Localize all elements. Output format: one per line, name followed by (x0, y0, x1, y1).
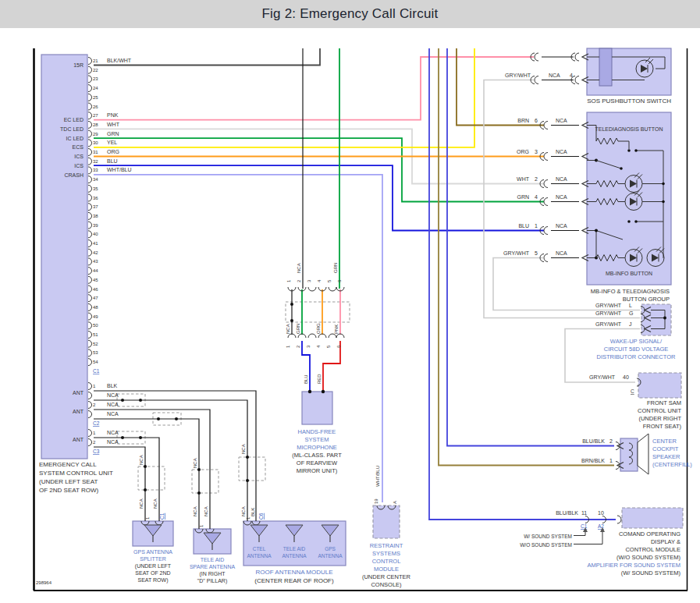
wire-color-label: GRY/WHT (595, 310, 622, 316)
ecu-box (41, 55, 87, 459)
pin-number: 23 (93, 76, 98, 81)
wire-color-label: GRN (107, 131, 119, 137)
mic-caption: MICROPHONE (297, 444, 337, 451)
restraint-caption: RESTRAINT (370, 542, 403, 549)
gps-caption: SEAT OF 2ND (135, 570, 170, 576)
pin-number: 24 (93, 86, 98, 90)
restraint-caption: SYSTEMS (372, 550, 400, 557)
wire-color-label: NCA (107, 439, 119, 445)
pin-number: 41 (93, 241, 98, 246)
comand-caption: CONTROL MODULE (625, 546, 680, 553)
wire-color-label: NCA (297, 263, 301, 273)
restraint-module-box (373, 505, 400, 538)
restraint-caption: CONSOLE) (371, 581, 402, 588)
sound-system-note: W/O SOUND SYSTEM (520, 542, 572, 548)
ecu-ant-label: ANT (73, 437, 84, 442)
pin-row: 50 (88, 322, 98, 329)
pin-number: 1 (609, 458, 613, 463)
pin-row: 37 (88, 204, 98, 211)
pin-number: 5 (327, 279, 332, 282)
ecu-terminal-label: ECS (73, 144, 84, 150)
pin-number: 3 (306, 345, 311, 348)
mic-caption: (ML-CLASS. PART (292, 452, 342, 459)
pin-number: 1 (286, 345, 290, 348)
wire-nca-gps1 (94, 447, 145, 521)
wire-color-label: NCA (153, 498, 158, 509)
comand-caption: AMPLIFIER FOR SOUND SYSTEM (587, 562, 680, 569)
pin-number: 1 (199, 524, 204, 527)
pin-number: 1 (286, 279, 291, 282)
sound-system-note: W/ SOUND SYSTEM (524, 534, 572, 539)
wire-color-label: ORG (517, 149, 529, 154)
wire-color-label: PNK (107, 112, 119, 118)
mic-top-connector-row (288, 287, 344, 291)
nca-label: NCA (556, 118, 567, 123)
wire-color-label: NCA (204, 506, 208, 516)
ecu-ant-label: ANT (73, 409, 84, 414)
wire-nca-roof (94, 400, 247, 521)
pin-letter: L (629, 303, 632, 308)
ecu-terminal-label: CRASH (64, 172, 84, 178)
pin-number: 32 (93, 159, 98, 164)
wire-color-label: NCA (107, 392, 119, 398)
wire-color-label: ORG (107, 149, 119, 154)
pin-number: 19 (374, 498, 378, 504)
wire-color-label: GRY/WHT (503, 250, 530, 256)
restraint-caption: CONTROL (372, 558, 401, 565)
diagram-canvas: 21 BLK/WHT 22 23 24 25 (0, 0, 700, 603)
pin-number: 48 (93, 305, 98, 310)
pin-number: 40 (93, 232, 98, 236)
nca-label: NCA (556, 223, 567, 229)
pin-number: 29 (93, 132, 98, 137)
pin-number: 39 (93, 223, 98, 228)
wire-color-label: BLK/WHT (107, 58, 132, 63)
pin-row: 35 (88, 185, 98, 192)
figure-title-bar: Fig 2: Emergency Call Circuit (0, 0, 700, 28)
pin-row: 33 WHT/BLU (88, 167, 132, 174)
pin-number: 4 (570, 73, 573, 78)
ecu-caption: EMERGENCY CALL (39, 461, 97, 468)
wire-color-label: RED (317, 374, 322, 384)
pin-number: 3 (535, 149, 538, 154)
gps-caption: (UNDER LEFT (135, 563, 172, 569)
comand-caption: COMAND OPERATING (619, 530, 680, 537)
front-sam-caption: (UNDER RIGHT (638, 415, 681, 422)
ecu-caption: SYSTEM CONTROL UNIT (39, 470, 113, 477)
wire-color-label: NCA (139, 455, 144, 465)
wire-color-label: WHT (107, 122, 120, 127)
wire-color-label: NCA (107, 411, 119, 417)
wire-color-label: WHT/BLU (107, 167, 132, 172)
roof-antenna-label: ANTENNA (318, 553, 343, 559)
pin-row: 32 BLU (88, 158, 118, 165)
nca-label: NCA (556, 194, 567, 200)
ecu-c1-pin-rows: 21 BLK/WHT 22 23 24 25 (88, 58, 132, 366)
wire-color-label: GRY/WHT (595, 303, 622, 308)
front-sam-caption: FRONT SEAT) (643, 423, 682, 430)
wire-color-label: NCA (286, 324, 290, 334)
pin-number: 2 (535, 176, 538, 182)
gps-splitter: NCA NCA NCA 1 C1 GPS ANTENNA SPLITTER (U… (133, 455, 172, 583)
pin-letter: G (629, 310, 633, 316)
wire-color-label: GRN (517, 194, 529, 200)
pin-number: 1 (93, 431, 96, 435)
pin-number: 35 (93, 186, 98, 191)
wire-color-label: NCA (193, 458, 197, 468)
pin-row: 22 (88, 66, 98, 73)
wire-color-label: NCA (107, 430, 119, 435)
gps-caption: GPS ANTENNA (133, 549, 172, 555)
wire-color-label: PNK (334, 325, 339, 334)
pin-letter: J (629, 321, 632, 327)
ecu-terminal-label: 15R (73, 62, 84, 68)
pin-row: 38 (88, 212, 98, 219)
wire-color-label: BLU/BLK (556, 510, 578, 516)
pin-number: 5 (326, 345, 331, 348)
speaker-cone-icon (638, 434, 648, 474)
comand-connector-a2: A2 (598, 523, 604, 529)
wire-color-label: BLU (107, 158, 118, 164)
sos-caption: SOS PUSHBUTTON SWITCH (587, 98, 671, 105)
pin-number: 42 (93, 250, 98, 255)
ecu-connector-c2: C2 (93, 420, 100, 426)
pin-number: 43 (93, 259, 98, 264)
pin-row: 39 (88, 222, 98, 229)
pin-number: 54 (93, 360, 98, 364)
